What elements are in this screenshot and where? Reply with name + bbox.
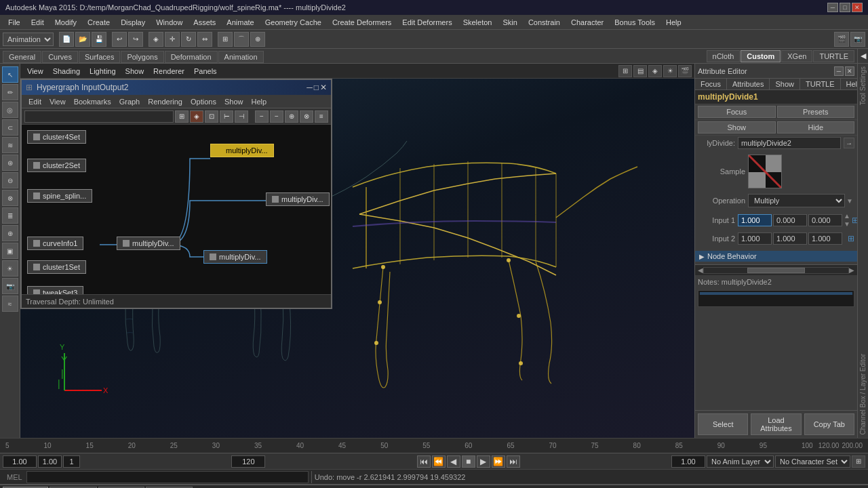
- joint-icon[interactable]: ⊖: [2, 172, 18, 188]
- input2-x[interactable]: [738, 232, 772, 245]
- blend-icon[interactable]: ⊕: [2, 225, 18, 241]
- anim-icon[interactable]: ≈: [2, 296, 18, 312]
- hg-search-input[interactable]: [24, 110, 174, 123]
- select-icon[interactable]: ↖: [2, 66, 18, 83]
- hg-btn6[interactable]: −: [255, 110, 269, 123]
- hide-button[interactable]: Hide: [777, 121, 855, 134]
- lydivide-arrow[interactable]: →: [844, 138, 854, 148]
- hg-btn2[interactable]: ◈: [190, 110, 203, 123]
- path-icon[interactable]: ⊂: [2, 119, 18, 136]
- lydivide-input[interactable]: [738, 137, 841, 149]
- undo-btn[interactable]: ↩: [112, 32, 127, 47]
- sample-swatch[interactable]: [748, 155, 782, 188]
- hg-node-curveinfo1[interactable]: curveInfo1: [27, 237, 83, 250]
- render-btn[interactable]: 🎬: [834, 32, 849, 47]
- attr-tab-focus[interactable]: Focus: [695, 79, 727, 89]
- frame-current-field[interactable]: [38, 455, 62, 468]
- vp-icon-1[interactable]: ⊞: [618, 65, 632, 77]
- hg-menu-show[interactable]: Show: [220, 97, 248, 106]
- stop-btn[interactable]: ■: [462, 455, 475, 468]
- tab-deformation[interactable]: Deformation: [165, 51, 218, 63]
- menu-skeleton[interactable]: Skeleton: [458, 17, 498, 28]
- menu-window[interactable]: Window: [151, 17, 188, 28]
- hg-menu-bookmarks[interactable]: Bookmarks: [70, 97, 115, 106]
- menu-create[interactable]: Create: [82, 17, 115, 28]
- hg-node-spine-splin[interactable]: spine_splin...: [27, 189, 92, 203]
- menu-editdef[interactable]: Edit Deformers: [397, 17, 457, 28]
- hg-btn9[interactable]: ⊗: [300, 110, 313, 123]
- tab-curves[interactable]: Curves: [42, 51, 78, 63]
- tab-surfaces[interactable]: Surfaces: [79, 51, 120, 63]
- hg-menu-edit[interactable]: Edit: [24, 97, 45, 106]
- hg-node-cluster4set[interactable]: cluster4Set: [27, 130, 86, 144]
- snap-curve-btn[interactable]: ⌒: [234, 32, 249, 47]
- tab-polygons[interactable]: Polygons: [121, 51, 163, 63]
- scroll-right-btn[interactable]: ▶: [849, 266, 854, 274]
- hg-btn3[interactable]: ⊡: [205, 110, 218, 123]
- show-button[interactable]: Show: [698, 121, 776, 134]
- scroll-handle[interactable]: [747, 268, 805, 273]
- hg-node-cluster2set[interactable]: cluster2Set: [27, 159, 86, 172]
- copy-tab-button[interactable]: Copy Tab: [804, 413, 854, 435]
- menu-modify[interactable]: Modify: [50, 17, 82, 28]
- move-btn[interactable]: ✛: [165, 32, 180, 47]
- time-ruler[interactable]: 5 10 15 20 25 30 35 40 45 50 55 60 65 70…: [5, 442, 813, 449]
- node-behavior-header[interactable]: ▶ Node Behavior: [695, 251, 857, 262]
- cluster-icon[interactable]: ⊛: [2, 155, 18, 171]
- hg-btn7[interactable]: −: [270, 110, 283, 123]
- skin-icon[interactable]: ≣: [2, 207, 18, 224]
- attr-tab-attributes[interactable]: Attributes: [727, 79, 770, 89]
- vp-menu-shading[interactable]: Shading: [49, 66, 84, 77]
- scroll-left-btn[interactable]: ◀: [698, 266, 703, 274]
- deform-icon[interactable]: ≋: [2, 137, 18, 153]
- skip-end-btn[interactable]: ⏭: [507, 455, 520, 468]
- scale-btn[interactable]: ⇔: [197, 32, 212, 47]
- hg-btn5[interactable]: ⊣: [235, 110, 248, 123]
- snap-grid-btn[interactable]: ⊞: [218, 32, 233, 47]
- 3d-viewport[interactable]: Y | | X Y ⊞ Hypergraph InputOutput2 ─: [20, 79, 694, 438]
- rotate-btn[interactable]: ↻: [181, 32, 196, 47]
- menu-character[interactable]: Character: [566, 17, 609, 28]
- ae-minimize[interactable]: ─: [834, 66, 844, 76]
- menu-skin[interactable]: Skin: [497, 17, 522, 28]
- tab-ncloth[interactable]: nCloth: [707, 50, 741, 62]
- close-btn[interactable]: ✕: [852, 3, 863, 12]
- input1-x[interactable]: [738, 214, 772, 226]
- skip-start-btn[interactable]: ⏮: [417, 455, 431, 468]
- redo-btn[interactable]: ↪: [128, 32, 143, 47]
- tab-xgen[interactable]: XGen: [781, 50, 812, 62]
- menu-help[interactable]: Help: [660, 17, 687, 28]
- mode-selector[interactable]: Animation Modeling Rigging: [3, 33, 54, 46]
- minimize-btn[interactable]: ─: [827, 3, 838, 12]
- input2-z[interactable]: [808, 232, 842, 245]
- maximize-btn[interactable]: □: [840, 3, 850, 12]
- vp-icon-3[interactable]: ◈: [648, 65, 662, 77]
- input2-link[interactable]: ⊞: [848, 234, 854, 243]
- attr-tab-show[interactable]: Show: [770, 79, 800, 89]
- new-btn[interactable]: 📄: [59, 32, 74, 47]
- hg-layout-btn[interactable]: ⊞: [175, 110, 189, 123]
- menu-assets[interactable]: Assets: [188, 17, 221, 28]
- render-icon[interactable]: ▣: [2, 243, 18, 259]
- light-icon[interactable]: ☀: [2, 260, 18, 277]
- frame-field[interactable]: [63, 455, 80, 468]
- hypergraph-canvas[interactable]: cluster4Set cluster2Set spine_splin... c…: [22, 125, 331, 294]
- tab-turtle[interactable]: TURTLE: [813, 50, 854, 62]
- paint-icon[interactable]: ✏: [2, 84, 18, 100]
- hg-minimize[interactable]: ─: [307, 83, 313, 92]
- step-back-btn[interactable]: ⏪: [432, 455, 446, 468]
- camera-icon[interactable]: 📷: [2, 278, 18, 294]
- play-back-btn[interactable]: ◀: [447, 455, 460, 468]
- hg-menu-view[interactable]: View: [45, 97, 70, 106]
- hg-btn8[interactable]: ⊕: [285, 110, 298, 123]
- menu-edit[interactable]: Edit: [26, 17, 50, 28]
- hg-menu-help[interactable]: Help: [247, 97, 271, 106]
- frame-end-field[interactable]: [231, 455, 265, 468]
- hg-close[interactable]: ✕: [320, 83, 327, 92]
- hg-node-multdiv-bottom[interactable]: multiplyDiv...: [203, 250, 267, 264]
- vp-menu-view[interactable]: View: [23, 66, 47, 77]
- attr-tab-turtle[interactable]: TURTLE: [800, 79, 841, 89]
- hg-menu-options[interactable]: Options: [186, 97, 220, 106]
- char-set-btn[interactable]: ⊞: [852, 455, 865, 468]
- anim-start-field[interactable]: [671, 455, 705, 468]
